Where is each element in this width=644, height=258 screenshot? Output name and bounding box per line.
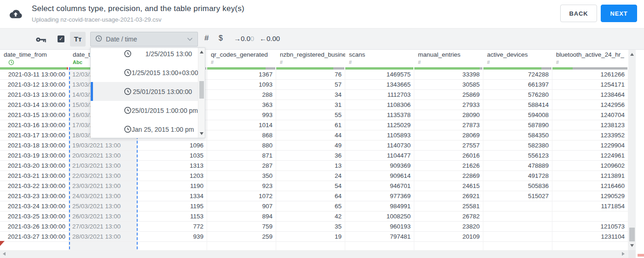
table-cell[interactable]: 22/03/2021 13:00 — [69, 171, 138, 181]
table-cell[interactable]: 363 — [207, 100, 276, 110]
dropdown-scrollbar-thumb[interactable] — [199, 81, 204, 99]
table-cell[interactable]: 1105893 — [345, 130, 414, 141]
table-cell[interactable]: 2021-03-15 13:00:00 — [0, 110, 69, 120]
table-cell[interactable]: 868 — [207, 130, 276, 141]
table-horizontal-scrollbar[interactable] — [0, 250, 628, 258]
table-cell[interactable]: 960193 — [345, 222, 414, 232]
column-header[interactable]: bluetooth_active_24_hr_# — [552, 50, 628, 70]
scroll-up-arrow-icon[interactable] — [200, 51, 203, 53]
table-cell[interactable]: 26782 — [414, 211, 483, 222]
table-cell[interactable]: 2021-03-18 13:00:00 — [0, 141, 69, 151]
table-cell[interactable]: 76 — [276, 70, 345, 80]
column-type-select[interactable]: Date / time — [90, 32, 198, 47]
table-cell[interactable]: 505836 — [483, 181, 552, 191]
table-cell[interactable]: 20109 — [414, 232, 483, 242]
primary-key-icon[interactable] — [36, 36, 46, 45]
table-cell[interactable]: 21626 — [414, 161, 483, 171]
table-cell[interactable]: 2021-03-16 13:00:00 — [0, 120, 69, 130]
table-cell[interactable]: 1104477 — [345, 151, 414, 161]
table-cell[interactable]: 2021-03-22 13:00:00 — [0, 181, 69, 191]
table-cell[interactable]: 909614 — [345, 171, 414, 181]
text-type-button[interactable]: Tᴛ — [70, 32, 86, 47]
table-cell[interactable]: 1203 — [138, 171, 207, 181]
table-cell[interactable]: 594008 — [483, 110, 552, 120]
include-column-checkbox[interactable]: ✓ — [58, 35, 64, 42]
currency-type-button[interactable]: $ — [219, 34, 223, 42]
next-button[interactable]: NEXT — [601, 5, 637, 22]
scroll-left-arrow-icon[interactable] — [3, 252, 6, 256]
table-cell[interactable]: 28069 — [414, 130, 483, 141]
column-header[interactable]: scans# — [345, 50, 414, 70]
table-cell[interactable]: 1469575 — [345, 70, 414, 80]
table-cell[interactable]: 1254171 — [552, 80, 628, 90]
table-cell[interactable] — [483, 211, 552, 222]
table-cell[interactable]: 25/03/2021 13:00 — [69, 201, 138, 211]
table-cell[interactable]: 984991 — [345, 201, 414, 211]
table-cell[interactable]: 24615 — [414, 181, 483, 191]
table-cell[interactable]: 1224961 — [552, 151, 628, 161]
table-cell[interactable]: 25869 — [414, 90, 483, 100]
table-cell[interactable]: 25581 — [414, 201, 483, 211]
table-cell[interactable]: 54 — [276, 181, 345, 191]
column-header[interactable]: date_time_from — [0, 50, 69, 70]
table-cell[interactable]: 2021-03-23 13:00:00 — [0, 191, 69, 201]
table-cell[interactable]: 34 — [276, 90, 345, 100]
scroll-down-arrow-icon[interactable] — [200, 132, 203, 135]
table-cell[interactable]: 1343665 — [345, 80, 414, 90]
column-header[interactable]: active_devices# — [483, 50, 552, 70]
table-cell[interactable]: 515027 — [483, 191, 552, 201]
table-cell[interactable]: 13 — [276, 161, 345, 171]
table-cell[interactable]: 582380 — [483, 141, 552, 151]
table-cell[interactable]: 939 — [138, 232, 207, 242]
table-cell[interactable]: 35 — [276, 222, 345, 232]
table-cell[interactable]: 588414 — [483, 100, 552, 110]
table-cell[interactable]: 1014 — [207, 120, 276, 130]
table-cell[interactable]: 350 — [207, 171, 276, 181]
table-cell[interactable]: 1334 — [138, 191, 207, 201]
table-cell[interactable]: 23820 — [414, 222, 483, 232]
table-cell[interactable]: 576280 — [483, 90, 552, 100]
table-cell[interactable]: 26921 — [414, 191, 483, 201]
table-cell[interactable]: 1233952 — [552, 130, 628, 141]
table-cell[interactable]: 772 — [138, 222, 207, 232]
table-cell[interactable]: 1190 — [138, 181, 207, 191]
format-option[interactable]: 25/01/2015 1:00:00 pm — [91, 101, 198, 120]
table-cell[interactable]: 288 — [207, 90, 276, 100]
table-cell[interactable]: 1229904 — [552, 141, 628, 151]
table-cell[interactable]: 1135378 — [345, 110, 414, 120]
table-cell[interactable]: 19 — [276, 232, 345, 242]
table-cell[interactable]: 1290529 — [552, 191, 628, 201]
table-cell[interactable]: 1238123 — [552, 120, 628, 130]
page-scrollbar-thumb[interactable] — [638, 254, 644, 257]
table-cell[interactable]: 2021-03-17 13:00:00 — [0, 130, 69, 141]
table-cell[interactable]: 2021-03-12 13:00:00 — [0, 80, 69, 90]
table-cell[interactable]: 1313 — [138, 161, 207, 171]
table-cell[interactable]: 27/03/2021 13:00 — [69, 222, 138, 232]
table-cell[interactable]: 36 — [276, 151, 345, 161]
table-cell[interactable] — [483, 232, 552, 242]
table-cell[interactable]: 22869 — [414, 171, 483, 181]
table-cell[interactable]: 759 — [207, 222, 276, 232]
table-cell[interactable] — [552, 211, 628, 222]
table-cell[interactable]: 923 — [207, 181, 276, 191]
table-cell[interactable]: 2021-03-24 13:00:00 — [0, 201, 69, 211]
scroll-right-arrow-icon[interactable] — [622, 252, 625, 256]
table-cell[interactable]: 24 — [276, 171, 345, 181]
table-cell[interactable]: 556123 — [483, 151, 552, 161]
dropdown-scrollbar[interactable] — [198, 48, 205, 138]
table-cell[interactable]: 1035 — [138, 151, 207, 161]
table-cell[interactable]: 478889 — [483, 161, 552, 171]
table-cell[interactable]: 2021-03-14 13:00:00 — [0, 100, 69, 110]
table-cell[interactable]: 584350 — [483, 130, 552, 141]
vertical-scrollbar-thumb[interactable] — [629, 228, 635, 241]
table-cell[interactable] — [483, 201, 552, 211]
table-cell[interactable]: 2021-03-25 13:00:00 — [0, 211, 69, 222]
table-cell[interactable] — [483, 222, 552, 232]
table-cell[interactable]: 28090 — [414, 110, 483, 120]
table-cell[interactable]: 1242956 — [552, 100, 628, 110]
column-header[interactable]: qr_codes_generated# — [207, 50, 276, 70]
table-cell[interactable]: 24/03/2021 13:00 — [69, 191, 138, 201]
table-cell[interactable]: 64 — [276, 191, 345, 201]
table-cell[interactable]: 1140730 — [345, 141, 414, 151]
table-cell[interactable]: 1108306 — [345, 100, 414, 110]
